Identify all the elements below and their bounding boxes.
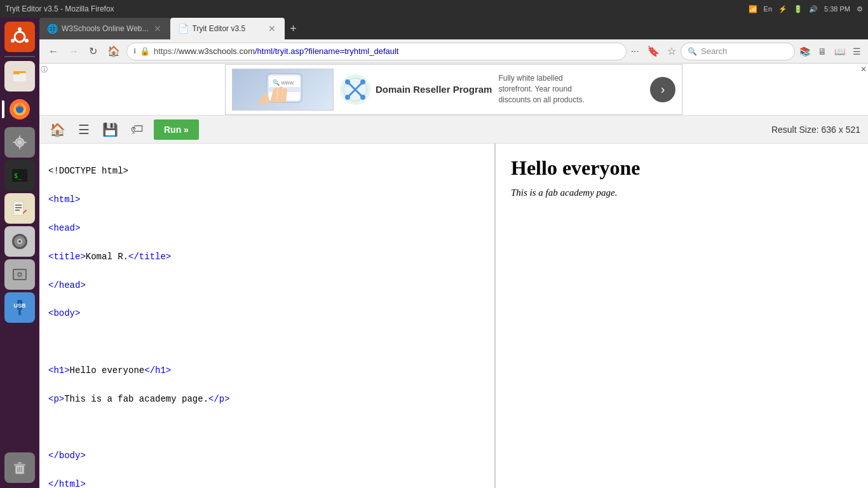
svg-point-45	[360, 95, 365, 100]
svg-rect-15	[13, 201, 24, 215]
new-tab-button[interactable]: +	[285, 18, 302, 39]
address-text: https://www.w3schools.com/html/tryit.asp…	[154, 46, 620, 56]
menu-button[interactable]: ☰	[851, 44, 863, 58]
nav-extra-buttons: ··· 🔖 ☆	[629, 43, 678, 59]
pocket-button[interactable]: 🔖	[645, 43, 661, 59]
tab-tryit-label: Tryit Editor v3.5	[193, 24, 263, 33]
address-path: /html/tryit.asp?filename=tryhtml_default	[255, 46, 399, 56]
forward-button[interactable]: →	[65, 43, 83, 60]
svg-rect-29	[18, 310, 21, 315]
ad-close-button[interactable]: ✕	[860, 65, 867, 74]
title-bar-right: 📶 En ⚡ 🔋 🔊 5:38 PM ⚙	[749, 5, 863, 13]
svg-point-27	[19, 274, 21, 276]
synced-tabs-button[interactable]: 🖥	[816, 44, 829, 58]
svg-rect-18	[15, 210, 20, 211]
tag-toolbar-button[interactable]: 🏷	[128, 119, 146, 139]
wifi-icon: 📶	[749, 5, 757, 13]
split-pane: <!DOCTYPE html> <html> <head> <title>Kom…	[39, 144, 868, 488]
secure-info-icon: ℹ	[133, 47, 136, 55]
code-line-8: <h1>Hello everyone</h1>	[48, 363, 485, 377]
tab-w3schools-close[interactable]: ✕	[153, 24, 163, 34]
svg-rect-17	[15, 207, 22, 208]
ad-logo	[340, 74, 370, 105]
disk2-icon[interactable]	[4, 259, 35, 290]
disk-icon[interactable]	[4, 226, 35, 257]
svg-rect-16	[15, 205, 22, 206]
address-prefix: https://	[154, 46, 179, 56]
ad-next-button[interactable]: ›	[650, 77, 675, 102]
tab-bar: 🌐 W3Schools Online Web... ✕ 📄 Tryit Edit…	[39, 18, 868, 39]
ad-desc-line2: storefront. Year round	[498, 85, 571, 93]
sidebar-divider	[4, 56, 35, 57]
browser-chrome: 🌐 W3Schools Online Web... ✕ 📄 Tryit Edit…	[39, 18, 868, 488]
ad-desc-line1: Fully white labelled	[498, 74, 562, 83]
svg-point-2	[18, 27, 22, 31]
system-time: 5:38 PM	[824, 5, 850, 13]
svg-text:USB: USB	[13, 302, 26, 309]
system-settings-icon: ⚙	[857, 5, 863, 13]
run-button-label: Run »	[164, 125, 189, 135]
svg-rect-33	[18, 462, 22, 464]
home-toolbar-button[interactable]: 🏠	[47, 119, 68, 140]
ubuntu-icon[interactable]	[4, 22, 35, 52]
svg-rect-7	[13, 71, 20, 74]
bookmarks-sidebar-button[interactable]: 📚	[797, 44, 812, 58]
svg-point-11	[17, 140, 22, 145]
trash-icon[interactable]	[4, 452, 35, 483]
settings-icon[interactable]	[4, 127, 35, 158]
svg-point-44	[345, 95, 350, 100]
tab-w3schools-label: W3Schools Online Web...	[62, 24, 149, 33]
window-title: Tryit Editor v3.5 - Mozilla Firefox	[5, 4, 114, 13]
result-size-label: Result Size: 636 x 521	[771, 125, 860, 135]
tab-w3schools[interactable]: 🌐 W3Schools Online Web... ✕	[39, 18, 170, 39]
svg-rect-32	[14, 464, 25, 466]
browser-content: ⓘ ✕ 🔍 www.	[39, 64, 868, 488]
ad-image-left: 🔍 www.	[232, 69, 334, 111]
home-button[interactable]: 🏠	[104, 43, 124, 60]
ad-info-button[interactable]: ⓘ	[41, 65, 48, 74]
code-line-5: </head>	[48, 278, 485, 292]
ubuntu-sidebar: $_ USB	[0, 18, 39, 488]
text-editor-icon[interactable]	[4, 193, 35, 224]
svg-point-23	[18, 240, 21, 243]
editor-toolbar: 🏠 ☰ 💾 🏷 Run » Result Size: 636 x 521	[39, 116, 868, 144]
more-options-button[interactable]: ···	[629, 44, 641, 59]
code-line-2: <html>	[48, 193, 485, 207]
os-title-bar: Tryit Editor v3.5 - Mozilla Firefox 📶 En…	[0, 0, 868, 18]
save-toolbar-button[interactable]: 💾	[100, 119, 121, 140]
run-button[interactable]: Run »	[154, 119, 199, 140]
preview-pane: Hello everyone This is a fab academy pag…	[496, 144, 868, 488]
bluetooth-icon: ⚡	[778, 5, 787, 13]
tab-w3schools-favicon: 🌐	[47, 24, 58, 34]
ad-title: Domain Reseller Program	[376, 84, 492, 95]
reader-mode-button[interactable]: 📖	[832, 44, 847, 58]
search-bar[interactable]: 🔍 Search	[681, 43, 795, 60]
tab-tryit[interactable]: 📄 Tryit Editor v3.5 ✕	[170, 18, 285, 39]
usb-icon[interactable]: USB	[4, 292, 35, 323]
svg-point-4	[11, 39, 15, 43]
tab-tryit-close[interactable]: ✕	[267, 24, 277, 34]
code-editor[interactable]: <!DOCTYPE html> <html> <head> <title>Kom…	[39, 144, 496, 488]
code-line-11: </body>	[48, 449, 485, 463]
code-line-9: <p>This is a fab academy page.</p>	[48, 392, 485, 406]
tab-tryit-favicon: 📄	[178, 24, 189, 34]
terminal-icon[interactable]: $_	[4, 160, 35, 191]
ad-desc-line3: discounts on all products.	[498, 95, 584, 104]
title-bar-left: Tryit Editor v3.5 - Mozilla Firefox	[5, 4, 114, 13]
code-line-7	[48, 335, 485, 349]
nav-bar: ← → ↻ 🏠 ℹ 🔒 https://www.w3schools.com/ht…	[39, 39, 868, 64]
reload-button[interactable]: ↻	[85, 43, 101, 60]
firefox-icon[interactable]	[4, 94, 35, 125]
battery-icon: 🔋	[794, 5, 803, 13]
code-line-4: <title>Komal R.</title>	[48, 250, 485, 264]
bookmark-button[interactable]: ☆	[665, 43, 678, 59]
preview-heading: Hello everyone	[511, 156, 853, 180]
ad-description: Fully white labelled storefront. Year ro…	[498, 73, 644, 105]
files-icon[interactable]	[4, 61, 35, 92]
svg-point-42	[345, 79, 350, 85]
address-bar[interactable]: ℹ 🔒 https://www.w3schools.com/html/tryit…	[126, 43, 627, 60]
ad-banner: ⓘ ✕ 🔍 www.	[39, 64, 868, 116]
back-button[interactable]: ←	[44, 43, 62, 60]
menu-toolbar-button[interactable]: ☰	[76, 119, 92, 140]
editor-area: 🏠 ☰ 💾 🏷 Run » Result Size: 636 x 521 <!D…	[39, 116, 868, 488]
